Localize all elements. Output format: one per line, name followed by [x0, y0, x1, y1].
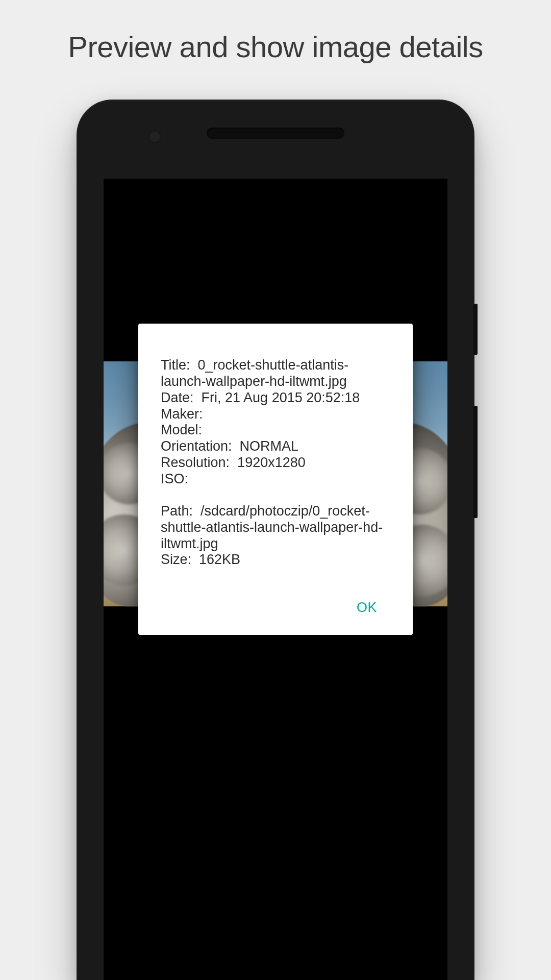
detail-row-size: Size: 162KB — [161, 552, 390, 568]
detail-row-model: Model: — [161, 422, 390, 438]
detail-row-title: Title: 0_rocket-shuttle-atlantis-launch-… — [161, 357, 390, 390]
value-orientation: NORMAL — [240, 438, 299, 454]
label-orientation: Orientation: — [161, 438, 232, 454]
detail-row-iso: ISO: — [161, 471, 390, 487]
detail-row-orientation: Orientation: NORMAL — [161, 438, 390, 455]
spacer — [161, 487, 390, 503]
phone-top-bezel — [77, 100, 474, 179]
speaker-icon — [207, 128, 344, 139]
dialog-actions: OK — [161, 596, 390, 624]
label-size: Size: — [161, 552, 191, 567]
value-resolution: 1920x1280 — [237, 455, 306, 470]
phone-body: Title: 0_rocket-shuttle-atlantis-launch-… — [77, 100, 474, 980]
phone-screen: Title: 0_rocket-shuttle-atlantis-launch-… — [104, 179, 447, 980]
camera-icon — [148, 130, 161, 143]
image-details-dialog: Title: 0_rocket-shuttle-atlantis-launch-… — [138, 324, 413, 635]
label-path: Path: — [161, 503, 193, 519]
value-size: 162KB — [199, 552, 240, 567]
detail-row-maker: Maker: — [161, 406, 390, 423]
phone-mockup: Title: 0_rocket-shuttle-atlantis-launch-… — [77, 100, 474, 980]
label-resolution: Resolution: — [161, 455, 230, 470]
label-maker: Maker: — [161, 406, 203, 422]
page-title: Preview and show image details — [0, 0, 551, 64]
label-date: Date: — [161, 390, 194, 405]
detail-row-path: Path: /sdcard/photoczip/0_rocket-shuttle… — [161, 503, 390, 552]
label-iso: ISO: — [161, 471, 188, 486]
label-model: Model: — [161, 422, 202, 437]
phone-power-button-icon — [473, 304, 478, 355]
detail-row-resolution: Resolution: 1920x1280 — [161, 455, 390, 471]
value-path: /sdcard/photoczip/0_rocket-shuttle-atlan… — [161, 503, 383, 551]
dialog-content: Title: 0_rocket-shuttle-atlantis-launch-… — [161, 357, 390, 568]
value-date: Fri, 21 Aug 2015 20:52:18 — [202, 390, 360, 405]
phone-volume-button-icon — [473, 406, 478, 518]
label-title: Title: — [161, 357, 190, 373]
detail-row-date: Date: Fri, 21 Aug 2015 20:52:18 — [161, 390, 390, 406]
ok-button[interactable]: OK — [355, 596, 379, 620]
